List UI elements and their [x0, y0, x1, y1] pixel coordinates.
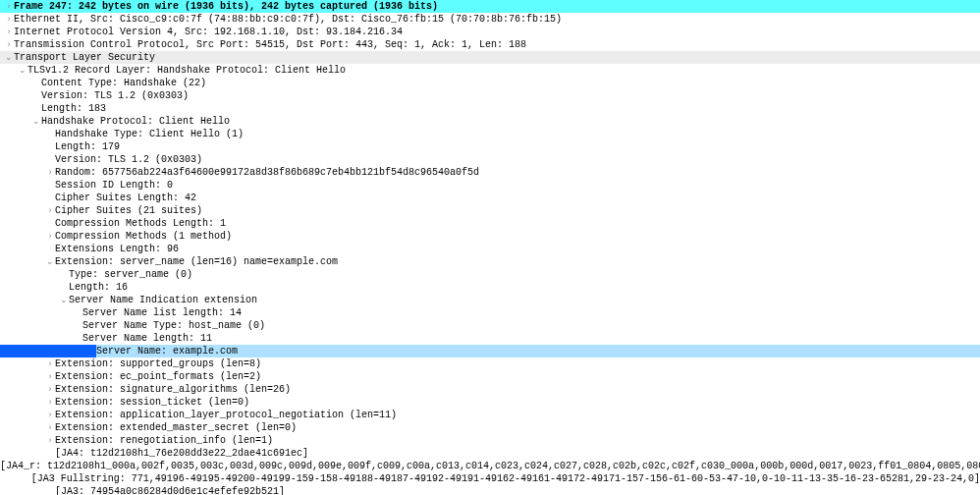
tree-row-ext-ec-point-formats[interactable]: › Extension: ec_point_formats (len=2) [0, 370, 980, 383]
tree-row-sni-extension[interactable]: ⌄ Server Name Indication extension [0, 294, 980, 306]
frame-summary: Frame 247: 242 bytes on wire (1936 bits)… [14, 0, 438, 13]
expand-open-icon[interactable]: ⌄ [45, 255, 55, 268]
expand-closed-icon[interactable]: › [4, 0, 14, 13]
sni-name-type-label: Server Name Type: host_name (0) [82, 319, 265, 332]
tree-row-random[interactable]: › Random: 657756ab224a3f64600e99172a8d38… [0, 166, 980, 179]
tree-row-record[interactable]: ⌄ TLSv1.2 Record Layer: Handshake Protoc… [0, 64, 980, 77]
expand-open-icon[interactable]: ⌄ [31, 115, 41, 128]
sni-list-length-label: Server Name list length: 14 [82, 306, 242, 319]
tree-row-sni-length[interactable]: Length: 16 [0, 281, 980, 294]
sni-extension-label: Server Name Indication extension [69, 294, 257, 306]
ext-supported-groups-label: Extension: supported_groups (len=8) [55, 358, 261, 370]
server-name-value: Server Name: example.com [96, 345, 980, 358]
ext-ems-label: Extension: extended_master_secret (len=0… [55, 421, 297, 434]
ext-alpn-label: Extension: application_layer_protocol_ne… [55, 409, 397, 421]
tree-row-tcp[interactable]: › Transmission Control Protocol, Src Por… [0, 38, 980, 51]
ip-summary: Internet Protocol Version 4, Src: 192.16… [14, 26, 403, 38]
expand-closed-icon[interactable]: › [45, 230, 55, 243]
handshake-type-label: Handshake Type: Client Hello (1) [55, 128, 244, 140]
cipher-suites-length-label: Cipher Suites Length: 42 [55, 192, 196, 204]
tree-row-sni-list-length[interactable]: Server Name list length: 14 [0, 306, 980, 319]
tree-row-session-id-length[interactable]: Session ID Length: 0 [0, 179, 980, 192]
ext-session-ticket-label: Extension: session_ticket (len=0) [55, 396, 249, 409]
expand-closed-icon[interactable]: › [45, 204, 55, 217]
tree-row-ethernet[interactable]: › Ethernet II, Src: Cisco_c9:c0:7f (74:8… [0, 13, 980, 26]
record-length-label: Length: 183 [41, 102, 106, 115]
expand-closed-icon[interactable]: › [4, 13, 14, 26]
tree-row-ext-session-ticket[interactable]: › Extension: session_ticket (len=0) [0, 396, 980, 409]
tree-row-compression-methods[interactable]: › Compression Methods (1 method) [0, 230, 980, 243]
expand-open-icon[interactable]: ⌄ [59, 294, 69, 306]
expand-closed-icon[interactable]: › [4, 26, 14, 38]
sni-type-label: Type: server_name (0) [69, 268, 192, 281]
tree-row-frame[interactable]: › Frame 247: 242 bytes on wire (1936 bit… [0, 0, 980, 13]
expand-closed-icon[interactable]: › [45, 409, 55, 421]
tree-row-ext-signature-algorithms[interactable]: › Extension: signature_algorithms (len=2… [0, 383, 980, 396]
tree-row-ja3[interactable]: [JA3: 74954a0c86284d0d6e1c4efefe92b521] [0, 485, 980, 495]
expand-closed-icon[interactable]: › [45, 166, 55, 179]
tree-row-ja4[interactable]: [JA4: t12d2108h1_76e208dd3e22_2dae41c691… [0, 447, 980, 460]
tree-row-cipher-suites-length[interactable]: Cipher Suites Length: 42 [0, 192, 980, 204]
tree-row-record-length[interactable]: Length: 183 [0, 102, 980, 115]
tree-row-sni-name-selected[interactable]: Server Name: example.com [0, 345, 980, 358]
tree-row-ext-server-name[interactable]: ⌄ Extension: server_name (len=16) name=e… [0, 255, 980, 268]
tree-row-sni-name-length[interactable]: Server Name length: 11 [0, 332, 980, 345]
tree-row-handshake[interactable]: ⌄ Handshake Protocol: Client Hello [0, 115, 980, 128]
random-label: Random: 657756ab224a3f64600e99172a8d38f8… [55, 166, 479, 179]
expand-open-icon[interactable]: ⌄ [18, 64, 27, 77]
record-layer-label: TLSv1.2 Record Layer: Handshake Protocol… [27, 64, 346, 77]
compression-methods-label: Compression Methods (1 method) [55, 230, 232, 243]
tree-row-ext-renegotiation-info[interactable]: › Extension: renegotiation_info (len=1) [0, 434, 980, 447]
ext-renegotiation-info-label: Extension: renegotiation_info (len=1) [55, 434, 273, 447]
cipher-suites-label: Cipher Suites (21 suites) [55, 204, 202, 217]
expand-closed-icon[interactable]: › [45, 396, 55, 409]
content-type-label: Content Type: Handshake (22) [41, 77, 206, 89]
ext-server-name-label: Extension: server_name (len=16) name=exa… [55, 255, 338, 268]
tree-row-content-type[interactable]: Content Type: Handshake (22) [0, 77, 980, 89]
session-id-length-label: Session ID Length: 0 [55, 179, 173, 192]
ext-ec-point-formats-label: Extension: ec_point_formats (len=2) [55, 370, 261, 383]
selection-gutter [0, 345, 96, 358]
expand-closed-icon[interactable]: › [45, 358, 55, 370]
ja4-label: [JA4: t12d2108h1_76e208dd3e22_2dae41c691… [55, 447, 308, 460]
tree-row-hs-length[interactable]: Length: 179 [0, 140, 980, 153]
tree-row-sni-name-type[interactable]: Server Name Type: host_name (0) [0, 319, 980, 332]
tree-row-extensions-length[interactable]: Extensions Length: 96 [0, 243, 980, 255]
tree-row-ip[interactable]: › Internet Protocol Version 4, Src: 192.… [0, 26, 980, 38]
sni-length-label: Length: 16 [69, 281, 128, 294]
tree-row-hs-version[interactable]: Version: TLS 1.2 (0x0303) [0, 153, 980, 166]
expand-closed-icon[interactable]: › [4, 38, 14, 51]
record-version-label: Version: TLS 1.2 (0x0303) [41, 89, 189, 102]
tree-row-compression-methods-length[interactable]: Compression Methods Length: 1 [0, 217, 980, 230]
ja4r-label: [JA4_r: t12d2108h1_000a,002f,0035,003c,0… [0, 460, 980, 472]
expand-closed-icon[interactable]: › [45, 421, 55, 434]
tree-row-cipher-suites[interactable]: › Cipher Suites (21 suites) [0, 204, 980, 217]
handshake-protocol-label: Handshake Protocol: Client Hello [41, 115, 230, 128]
tls-summary: Transport Layer Security [14, 51, 155, 64]
tcp-summary: Transmission Control Protocol, Src Port:… [14, 38, 526, 51]
expand-closed-icon[interactable]: › [45, 370, 55, 383]
tree-row-hs-type[interactable]: Handshake Type: Client Hello (1) [0, 128, 980, 140]
tree-row-record-version[interactable]: Version: TLS 1.2 (0x0303) [0, 89, 980, 102]
ja3-fullstring-label: [JA3 Fullstring: 771,49196-49195-49200-4… [31, 472, 980, 485]
tree-row-tls[interactable]: ⌄ Transport Layer Security [0, 51, 980, 64]
tree-row-ext-alpn[interactable]: › Extension: application_layer_protocol_… [0, 409, 980, 421]
tree-row-ja3-fullstring[interactable]: [JA3 Fullstring: 771,49196-49195-49200-4… [0, 472, 980, 485]
handshake-length-label: Length: 179 [55, 140, 120, 153]
expand-closed-icon[interactable]: › [45, 383, 55, 396]
tree-row-ext-ems[interactable]: › Extension: extended_master_secret (len… [0, 421, 980, 434]
tree-row-ext-supported-groups[interactable]: › Extension: supported_groups (len=8) [0, 358, 980, 370]
ext-signature-algorithms-label: Extension: signature_algorithms (len=26) [55, 383, 291, 396]
tree-row-sni-type[interactable]: Type: server_name (0) [0, 268, 980, 281]
compression-methods-length-label: Compression Methods Length: 1 [55, 217, 226, 230]
tree-row-ja4r[interactable]: [JA4_r: t12d2108h1_000a,002f,0035,003c,0… [0, 460, 980, 472]
sni-name-length-label: Server Name length: 11 [82, 332, 212, 345]
extensions-length-label: Extensions Length: 96 [55, 243, 179, 255]
ethernet-summary: Ethernet II, Src: Cisco_c9:c0:7f (74:88:… [14, 13, 562, 26]
expand-open-icon[interactable]: ⌄ [4, 51, 14, 64]
expand-closed-icon[interactable]: › [45, 434, 55, 447]
ja3-label: [JA3: 74954a0c86284d0d6e1c4efefe92b521] [55, 485, 285, 495]
handshake-version-label: Version: TLS 1.2 (0x0303) [55, 153, 202, 166]
